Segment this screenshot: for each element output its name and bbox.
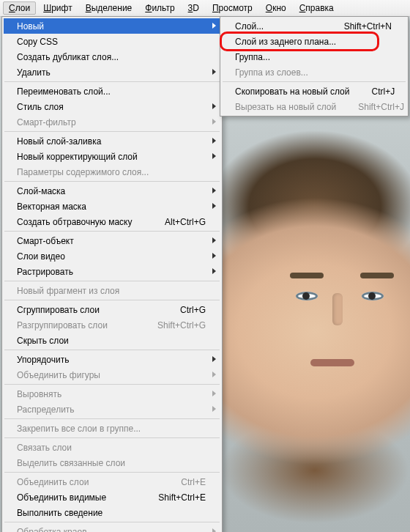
- layers-menu-item[interactable]: Copy CSS: [4, 34, 220, 49]
- menu-item-label: Объединить фигуры: [17, 370, 206, 380]
- menubar-item[interactable]: Справка: [294, 1, 340, 15]
- layers-menu-item: Параметры содержимого слоя...: [4, 164, 220, 180]
- submenu-arrow-icon: [212, 138, 216, 144]
- layers-dropdown-menu[interactable]: НовыйCopy CSSСоздать дубликат слоя...Уда…: [1, 16, 223, 532]
- menu-item-label: Растрировать: [17, 267, 206, 277]
- menu-item-label: Новый фрагмент из слоя: [17, 286, 206, 296]
- new-submenu-item[interactable]: Группа...: [222, 49, 406, 64]
- menu-item-label: Новый: [17, 21, 206, 32]
- submenu-arrow-icon: [212, 103, 216, 109]
- layers-menu-item: Выровнять: [4, 386, 220, 402]
- menu-item-label: Группа из слоев...: [235, 67, 392, 78]
- menu-item-label: Слой-маска: [17, 186, 206, 196]
- menu-item-label: Выделить связанные слои: [17, 458, 206, 468]
- menu-item-shortcut: Shift+Ctrl+E: [158, 492, 206, 503]
- submenu-arrow-icon: [212, 372, 216, 377]
- menu-item-label: Стиль слоя: [17, 102, 206, 112]
- menu-item-label: Упорядочить: [17, 355, 206, 365]
- new-layer-submenu[interactable]: Слой...Shift+Ctrl+NСлой из заднего плана…: [220, 16, 409, 117]
- app-chrome: СлоиШрифтВыделениеФильтр3DПросмотрОкноСп…: [0, 0, 410, 532]
- new-submenu-item[interactable]: Скопировать на новый слойCtrl+J: [222, 84, 406, 99]
- menu-item-label: Новый корректирующий слой: [17, 152, 206, 162]
- layers-menu-item[interactable]: Сгруппировать слоиCtrl+G: [4, 302, 220, 317]
- layers-menu-item[interactable]: Новый корректирующий слой: [4, 149, 220, 164]
- menu-item-label: Слой...: [235, 21, 322, 32]
- menu-item-shortcut: Ctrl+E: [181, 477, 206, 487]
- menu-item-label: Смарт-фильтр: [17, 117, 206, 128]
- menubar-item[interactable]: Просмотр: [206, 1, 258, 15]
- menu-item-shortcut: Ctrl+G: [180, 305, 206, 315]
- menu-item-shortcut: Ctrl+J: [372, 86, 395, 97]
- submenu-arrow-icon: [212, 528, 216, 532]
- menu-item-label: Распределить: [17, 404, 206, 415]
- layers-menu-item[interactable]: Удалить: [4, 64, 220, 80]
- menu-item-shortcut: Shift+Ctrl+G: [157, 320, 206, 330]
- submenu-arrow-icon: [212, 237, 216, 243]
- menu-item-label: Создать обтравочную маску: [17, 217, 143, 227]
- submenu-arrow-icon: [212, 406, 216, 412]
- menu-item-label: Объединить видимые: [17, 492, 136, 503]
- menubar-item[interactable]: Фильтр: [139, 1, 180, 15]
- menubar-item[interactable]: Выделение: [80, 1, 138, 15]
- layers-menu-item: Распределить: [4, 402, 220, 417]
- layers-menu-item[interactable]: Упорядочить: [4, 352, 220, 367]
- menu-item-label: Создать дубликат слоя...: [17, 52, 206, 62]
- menu-item-label: Новый слой-заливка: [17, 136, 206, 147]
- layers-menu-item[interactable]: Выполнить сведение: [4, 505, 220, 520]
- layers-menu-item[interactable]: Создать обтравочную маскуAlt+Ctrl+G: [4, 214, 220, 229]
- layers-menu-item: Разгруппировать слоиShift+Ctrl+G: [4, 317, 220, 333]
- menu-item-shortcut: Shift+Ctrl+J: [358, 102, 404, 112]
- menu-item-label: Смарт-объект: [17, 236, 206, 246]
- menu-item-label: Разгруппировать слои: [17, 320, 135, 330]
- layers-menu-item: Связать слои: [4, 440, 220, 455]
- menu-item-label: Объединить слои: [17, 477, 159, 487]
- menu-item-label: Переименовать слой...: [17, 86, 206, 97]
- menubar[interactable]: СлоиШрифтВыделениеФильтр3DПросмотрОкноСп…: [0, 0, 410, 17]
- layers-menu-item[interactable]: Стиль слоя: [4, 99, 220, 114]
- menu-item-label: Связать слои: [17, 443, 206, 453]
- submenu-arrow-icon: [212, 356, 216, 362]
- layers-menu-item[interactable]: Растрировать: [4, 264, 220, 279]
- submenu-arrow-icon: [212, 253, 216, 259]
- layers-menu-item[interactable]: Векторная маска: [4, 199, 220, 214]
- submenu-arrow-icon: [212, 203, 216, 209]
- menubar-item[interactable]: Шрифт: [37, 1, 78, 15]
- menu-item-label: Сгруппировать слои: [17, 305, 158, 315]
- submenu-arrow-icon: [212, 391, 216, 396]
- menu-item-label: Copy CSS: [17, 37, 206, 47]
- layers-menu-item[interactable]: Скрыть слои: [4, 333, 220, 348]
- layers-menu-item[interactable]: Новый: [4, 18, 220, 34]
- menu-item-label: Слои видео: [17, 251, 206, 262]
- layers-menu-item[interactable]: Создать дубликат слоя...: [4, 49, 220, 64]
- layers-menu-item[interactable]: Новый слой-заливка: [4, 133, 220, 149]
- menu-item-label: Слой из заднего плана...: [235, 37, 392, 47]
- layers-menu-item[interactable]: Слои видео: [4, 248, 220, 264]
- menu-item-label: Выровнять: [17, 389, 206, 399]
- layers-menu-item[interactable]: Смарт-объект: [4, 233, 220, 248]
- submenu-arrow-icon: [212, 268, 216, 274]
- submenu-arrow-icon: [212, 119, 216, 125]
- layers-menu-item: Смарт-фильтр: [4, 114, 220, 130]
- layers-menu-item[interactable]: Объединить видимыеShift+Ctrl+E: [4, 489, 220, 505]
- layers-menu-item[interactable]: Переименовать слой...: [4, 84, 220, 99]
- new-submenu-item: Вырезать на новый слойShift+Ctrl+J: [222, 99, 406, 114]
- layers-menu-item: Объединить фигуры: [4, 367, 220, 383]
- submenu-arrow-icon: [212, 188, 216, 193]
- submenu-arrow-icon: [212, 23, 216, 29]
- menu-item-label: Скопировать на новый слой: [235, 86, 350, 97]
- menubar-item[interactable]: 3D: [182, 1, 205, 15]
- menu-item-label: Обработка краев: [17, 527, 206, 533]
- new-submenu-item[interactable]: Слой из заднего плана...: [222, 34, 406, 49]
- new-submenu-item: Группа из слоев...: [222, 64, 406, 80]
- menu-item-label: Параметры содержимого слоя...: [17, 167, 206, 177]
- menu-item-label: Закрепить все слои в группе...: [17, 424, 206, 434]
- layers-menu-item: Закрепить все слои в группе...: [4, 421, 220, 436]
- menubar-item[interactable]: Слои: [3, 1, 36, 15]
- submenu-arrow-icon: [212, 69, 216, 75]
- layers-menu-item[interactable]: Слой-маска: [4, 183, 220, 199]
- menu-item-label: Группа...: [235, 52, 392, 62]
- menu-item-label: Выполнить сведение: [17, 508, 206, 518]
- menubar-item[interactable]: Окно: [260, 1, 292, 15]
- layers-menu-item: Объединить слоиCtrl+E: [4, 474, 220, 489]
- new-submenu-item[interactable]: Слой...Shift+Ctrl+N: [222, 18, 406, 34]
